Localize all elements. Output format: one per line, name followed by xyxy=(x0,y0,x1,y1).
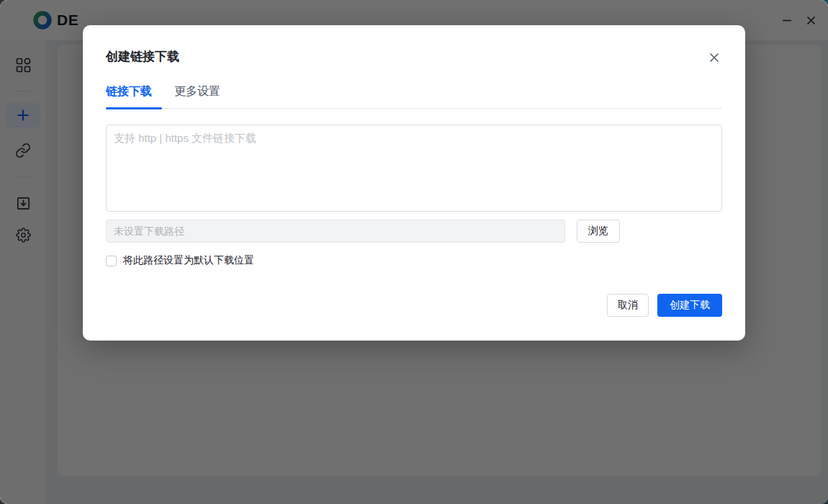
close-icon xyxy=(709,53,719,63)
dialog-footer: 取消 创建下载 xyxy=(106,294,722,317)
cancel-button[interactable]: 取消 xyxy=(607,294,649,317)
dialog-tabs: 链接下载 更多设置 xyxy=(106,84,722,109)
app-window: DE xyxy=(0,0,828,504)
tab-more-settings[interactable]: 更多设置 xyxy=(174,84,230,108)
download-path-input[interactable] xyxy=(106,220,565,243)
default-path-checkbox[interactable] xyxy=(106,256,117,266)
browse-button[interactable]: 浏览 xyxy=(577,220,620,243)
create-link-download-dialog: 创建链接下载 链接下载 更多设置 浏览 将此路径设置为默认下载位置 取消 创建下… xyxy=(83,25,745,341)
download-path-row: 浏览 xyxy=(106,220,722,243)
dialog-close-button[interactable] xyxy=(706,50,722,66)
default-path-checkbox-label: 将此路径设置为默认下载位置 xyxy=(123,254,254,267)
default-path-row: 将此路径设置为默认下载位置 xyxy=(106,254,722,267)
create-download-button[interactable]: 创建下载 xyxy=(657,294,722,317)
url-input[interactable] xyxy=(106,125,722,212)
dialog-title: 创建链接下载 xyxy=(106,48,722,66)
tab-link-download[interactable]: 链接下载 xyxy=(106,84,162,108)
